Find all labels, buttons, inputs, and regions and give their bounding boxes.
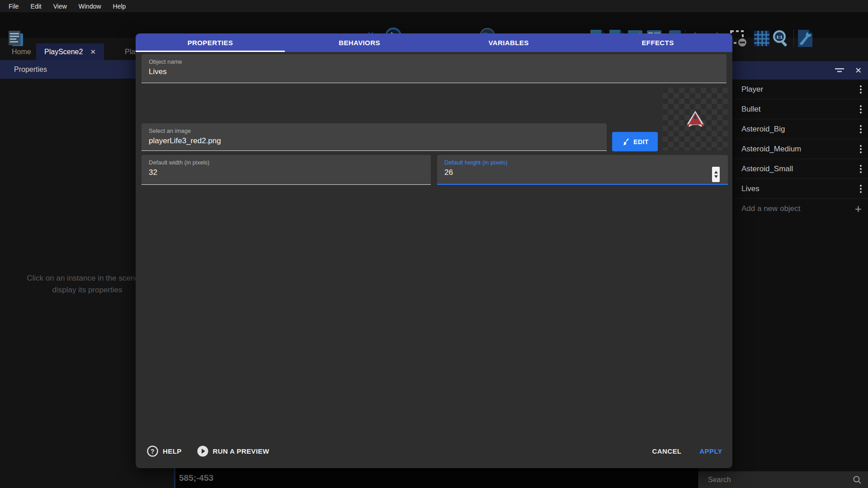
add-object-label: Add a new object: [741, 204, 800, 213]
kebab-menu-icon[interactable]: [860, 185, 862, 193]
select-image-label: Select an image: [149, 127, 599, 134]
object-label: Player: [741, 85, 763, 94]
menu-bar: File Edit View Window Help: [0, 0, 868, 12]
svg-text:1:1: 1:1: [776, 35, 782, 39]
object-label: Asteroid_Small: [741, 164, 793, 174]
run-preview-icon: [197, 446, 208, 457]
help-button-label: HELP: [163, 447, 182, 455]
help-button[interactable]: ? HELP: [147, 446, 182, 457]
help-icon: ?: [147, 446, 158, 457]
brush-icon: [621, 138, 629, 146]
default-width-label: Default width (in pixels): [149, 159, 424, 166]
menu-help[interactable]: Help: [108, 1, 131, 12]
objects-search-bar: [698, 471, 868, 488]
menu-file[interactable]: File: [4, 1, 24, 12]
cancel-button[interactable]: CANCEL: [652, 447, 681, 455]
search-input[interactable]: [708, 476, 853, 484]
tab-close-icon[interactable]: ✕: [90, 48, 96, 56]
edit-image-button[interactable]: EDIT: [612, 132, 658, 151]
object-label: Bullet: [741, 105, 761, 114]
menu-window[interactable]: Window: [74, 1, 106, 12]
default-width-input[interactable]: [149, 168, 424, 177]
project-manager-icon[interactable]: [5, 28, 26, 48]
tab-variables[interactable]: VARIABLES: [434, 33, 583, 52]
svg-text:?: ?: [151, 447, 155, 455]
object-label: Asteroid_Medium: [741, 145, 801, 154]
dialog-footer: ? HELP RUN A PREVIEW CANCEL APPLY: [136, 442, 732, 460]
toolbar-separator: [793, 29, 794, 47]
kebab-menu-icon[interactable]: [860, 105, 862, 113]
kebab-menu-icon[interactable]: [860, 165, 862, 173]
cursor-coordinates: 585;-453: [179, 473, 213, 483]
grid-icon[interactable]: [753, 28, 771, 48]
plus-icon: +: [855, 204, 862, 213]
object-name-field[interactable]: Object name: [142, 54, 726, 83]
spinner-down-icon[interactable]: [714, 175, 718, 178]
menu-view[interactable]: View: [48, 1, 72, 12]
close-icon[interactable]: ✕: [855, 66, 862, 75]
menu-edit[interactable]: Edit: [26, 1, 47, 12]
tab-playscene2[interactable]: PlayScene2 ✕: [36, 43, 104, 60]
default-width-field[interactable]: Default width (in pixels): [142, 155, 431, 185]
search-icon[interactable]: [853, 475, 862, 484]
run-preview-label: RUN A PREVIEW: [213, 447, 269, 455]
filter-icon[interactable]: [835, 67, 844, 74]
sprite-preview-thumbnail[interactable]: [663, 88, 728, 150]
kebab-menu-icon[interactable]: [860, 125, 862, 133]
apply-button[interactable]: APPLY: [699, 447, 722, 455]
object-name-input[interactable]: [149, 67, 719, 76]
run-preview-button[interactable]: RUN A PREVIEW: [197, 446, 269, 457]
default-height-input[interactable]: [444, 168, 721, 177]
kebab-menu-icon[interactable]: [860, 85, 862, 94]
tab-playscene2-label: PlayScene2: [44, 48, 83, 56]
default-height-field[interactable]: Default height (in pixels): [437, 155, 728, 185]
properties-panel-title: Properties: [14, 66, 47, 74]
object-name-label: Object name: [149, 58, 719, 65]
panel-divider: [174, 468, 175, 488]
tab-properties[interactable]: PROPERTIES: [136, 33, 285, 52]
tab-home-label: Home: [12, 48, 31, 56]
select-image-field[interactable]: Select an image: [142, 123, 607, 151]
edit-button-label: EDIT: [633, 138, 649, 145]
zoom-original-icon[interactable]: 1:1: [772, 28, 790, 48]
scene-editor-strip: 585;-453: [175, 468, 698, 488]
select-image-input[interactable]: [149, 136, 599, 145]
object-editor-dialog: PROPERTIES BEHAVIORS VARIABLES EFFECTS O…: [136, 33, 732, 468]
dialog-tab-bar: PROPERTIES BEHAVIORS VARIABLES EFFECTS: [136, 33, 732, 52]
object-label: Lives: [741, 184, 760, 193]
project-settings-icon[interactable]: [796, 28, 814, 48]
spinner-up-icon[interactable]: [714, 171, 718, 174]
tab-behaviors[interactable]: BEHAVIORS: [285, 33, 434, 52]
kebab-menu-icon[interactable]: [860, 145, 862, 153]
default-height-label: Default height (in pixels): [444, 159, 721, 166]
ship-sprite: [685, 110, 706, 129]
application-window: File Edit View Window Help: [0, 0, 868, 488]
number-spinner[interactable]: [712, 167, 720, 182]
tab-effects[interactable]: EFFECTS: [583, 33, 732, 52]
object-label: Asteroid_Big: [741, 125, 785, 134]
